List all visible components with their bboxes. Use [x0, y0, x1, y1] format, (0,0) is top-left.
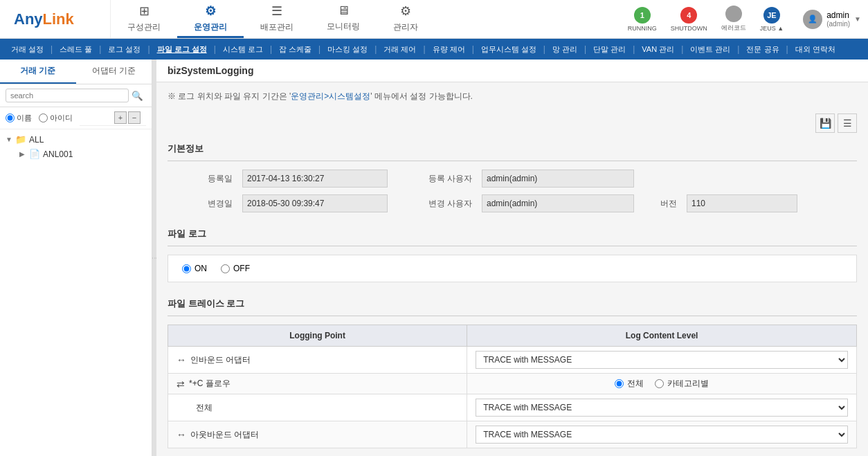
tab-trade-basis[interactable]: 거래 기준 — [0, 60, 76, 84]
flow-all-select[interactable]: TRACE with MESSAGE TRACE DEBUG INFO WARN… — [476, 399, 848, 417]
menu-item-config[interactable]: ⊞ 구성관리 — [111, 0, 177, 38]
subnav-flow-control[interactable]: 유량 제어 — [427, 39, 471, 60]
tree-toggle-all: ▼ — [6, 136, 15, 143]
subnav-event[interactable]: 이벤트 관리 — [685, 39, 736, 60]
subnav-system-log[interactable]: 시스템 로그 — [217, 39, 269, 60]
logo-link: Link — [43, 10, 74, 28]
add-button[interactable]: + — [114, 111, 127, 124]
trace-log-table: Logging Point Log Content Level ↔ 인바운드 어… — [168, 325, 857, 448]
monitor-icon: 🖥 — [337, 3, 350, 18]
user-info: admin (admin) — [826, 10, 850, 28]
tree-item-all[interactable]: ▼ 📁 ALL — [0, 132, 152, 147]
subnav-van[interactable]: VAN 관리 — [636, 39, 680, 60]
notice-link: 운영관리>시스템설정 — [291, 91, 370, 101]
subnav-log-setting[interactable]: 로그 설정 — [102, 39, 146, 60]
file-log-off[interactable]: OFF — [221, 264, 250, 273]
flow-radio-category[interactable]: 카테고리별 — [655, 378, 709, 390]
subnav-thread-pool[interactable]: 스레드 풀 — [54, 39, 98, 60]
radio-id[interactable]: 아이디 — [39, 113, 73, 123]
subnav-job-schedule[interactable]: 잡 스케줄 — [273, 39, 317, 60]
save-button[interactable]: 💾 — [815, 113, 835, 133]
sub-nav: 거래 설정 | 스레드 풀 | 로그 설정 | 파일 로그 설정 | 시스템 로… — [0, 39, 868, 60]
tree-file-icon: 📄 — [29, 149, 40, 159]
outbound-select-cell: TRACE with MESSAGE TRACE DEBUG INFO WARN… — [467, 421, 857, 448]
jeus-circle: JE — [763, 7, 780, 24]
file-log-on[interactable]: ON — [182, 264, 207, 273]
col-logging-point: Logging Point — [168, 325, 467, 347]
body-layout: 거래 기준 어댑터 기준 🔍 이름 아이디 + − ▼ 📁 ALL — [0, 60, 868, 456]
subnav-share[interactable]: 전문 공유 — [741, 39, 784, 60]
user-area[interactable]: 👤 admin (admin) ▼ — [796, 0, 868, 38]
file-log-title: 파일 로그 — [168, 224, 857, 246]
menu-item-monitor[interactable]: 🖥 모니터링 — [310, 0, 377, 38]
menu-item-ops[interactable]: ⚙ 운영관리 — [177, 0, 244, 38]
table-row-flow: ⇄ *+C 플로우 전체 — [168, 374, 857, 394]
search-button[interactable]: 🔍 — [129, 89, 146, 102]
subnav-file-log[interactable]: 파일 로그 설정 — [152, 39, 213, 60]
menu-item-deploy[interactable]: ☰ 배포관리 — [244, 0, 310, 38]
sidebar: 거래 기준 어댑터 기준 🔍 이름 아이디 + − ▼ 📁 ALL — [0, 60, 152, 456]
content-header: bizSystemLogging — [156, 60, 868, 82]
user-role: (admin) — [826, 20, 850, 28]
col-log-content-level: Log Content Level — [467, 325, 857, 347]
tree-toggle-anl001: ▶ — [19, 150, 29, 158]
status-buttons: 1 RUNNING 4 SHUTDOWN 에러코드 JE JEUS ▲ — [615, 0, 796, 38]
error-status[interactable]: 에러코드 — [716, 3, 752, 35]
inbound-icon: ↔ — [177, 354, 186, 365]
error-circle — [725, 6, 742, 22]
sidebar-actions: + − — [80, 110, 146, 126]
version-field — [687, 194, 797, 212]
version-label: 버전 — [640, 198, 681, 210]
dropdown-icon: ▼ — [854, 15, 861, 23]
basic-info-title: 기본정보 — [168, 138, 857, 161]
outbound-label: 아웃바운드 어댑터 — [190, 429, 259, 441]
reg-user-label: 등록 사용자 — [393, 173, 476, 185]
jeus-label: JEUS ▲ — [760, 25, 784, 32]
table-row-flow-all: 전체 TRACE with MESSAGE TRACE DEBUG INFO W… — [168, 394, 857, 421]
tree-folder-icon: 📁 — [15, 134, 26, 145]
subnav-network[interactable]: 망 관리 — [547, 39, 583, 60]
inbound-label-cell: ↔ 인바운드 어댑터 — [168, 347, 467, 374]
tree-item-anl001[interactable]: ▶ 📄 ANL001 — [0, 147, 152, 161]
subnav-terminal[interactable]: 단말 관리 — [588, 39, 631, 60]
shutdown-status[interactable]: 4 SHUTDOWN — [665, 4, 713, 35]
running-label: RUNNING — [628, 25, 657, 32]
basic-info-row2: 변경일 변경 사용자 버전 — [168, 194, 857, 212]
flow-radio-all[interactable]: 전체 — [615, 378, 644, 390]
search-input[interactable] — [6, 89, 129, 102]
tree-label-anl001: ANL001 — [43, 149, 73, 159]
notice-text: ※ 로그 위치와 파일 유지 기간은 '운영관리>시스템설정' 메뉴에서 설정 … — [168, 91, 857, 102]
top-nav: AnyLink ⊞ 구성관리 ⚙ 운영관리 ☰ 배포관리 🖥 모니터링 ⚙ 관리… — [0, 0, 868, 39]
menu-item-admin[interactable]: ⚙ 관리자 — [377, 0, 435, 38]
subnav-contact[interactable]: 대외 연락처 — [790, 39, 841, 60]
radio-name[interactable]: 이름 — [6, 113, 32, 123]
logo-any: Any — [14, 10, 43, 28]
subnav-trade-setting[interactable]: 거래 설정 — [6, 39, 49, 60]
toolbar: 💾 ☰ — [168, 113, 857, 133]
mod-user-field — [482, 194, 634, 212]
subnav-biz-system[interactable]: 업무시스템 설정 — [476, 39, 542, 60]
jeus-status[interactable]: JE JEUS ▲ — [754, 4, 789, 35]
trace-log-title: 파일 트레이스 로그 — [168, 293, 857, 316]
flow-all-label: 전체 — [196, 403, 213, 412]
outbound-select[interactable]: TRACE with MESSAGE TRACE DEBUG INFO WARN… — [476, 426, 848, 444]
logo: AnyLink — [0, 0, 111, 38]
sidebar-search-area: 🔍 — [0, 84, 152, 107]
sidebar-tabs: 거래 기준 어댑터 기준 — [0, 60, 152, 84]
config-icon: ⊞ — [139, 3, 150, 19]
inbound-label: 인바운드 어댑터 — [190, 354, 251, 366]
remove-button[interactable]: − — [128, 111, 141, 124]
subnav-trade-control[interactable]: 거래 제어 — [378, 39, 422, 60]
mod-user-label: 변경 사용자 — [393, 198, 476, 210]
flow-all-label-cell: 전체 — [168, 394, 467, 421]
table-row-outbound: ↔ 아웃바운드 어댑터 TRACE with MESSAGE TRACE DEB… — [168, 421, 857, 448]
tree-label-all: ALL — [29, 135, 44, 145]
subnav-masking[interactable]: 마스킹 설정 — [322, 39, 373, 60]
inbound-select-cell: TRACE with MESSAGE TRACE DEBUG INFO WARN… — [467, 347, 857, 374]
outbound-icon: ↔ — [177, 429, 186, 440]
inbound-select[interactable]: TRACE with MESSAGE TRACE DEBUG INFO WARN… — [476, 351, 848, 369]
list-button[interactable]: ☰ — [838, 113, 857, 133]
running-status[interactable]: 1 RUNNING — [622, 4, 662, 35]
tab-adapter-basis[interactable]: 어댑터 기준 — [76, 60, 152, 84]
sidebar-tree: ▼ 📁 ALL ▶ 📄 ANL001 — [0, 129, 152, 456]
